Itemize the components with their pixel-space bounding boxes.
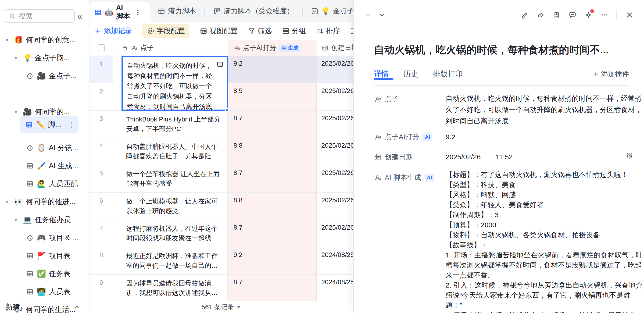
sidebar-item-task-table[interactable]: ✅任务表 [0,265,90,283]
sidebar-item-reminder-folder[interactable]: ▾👀何同学的催进... [0,193,90,211]
filter-button[interactable]: 筛选 [248,26,272,36]
sidebar-item-task-reminder-folder[interactable]: ▾💻任务催办员 [0,211,90,229]
cell-ai-score[interactable]: 8.5 [228,84,317,110]
cell-created-date[interactable]: 2024/08/25 [317,275,353,302]
cell-created-date[interactable]: 2025/02/26 [317,166,353,192]
chevron-down-icon[interactable]: ▾ [6,37,14,43]
tab-potential-script-audience[interactable]: 潜力脚本（受众维度） [213,6,294,16]
sidebar-item-creative-folder[interactable]: ▾🎁何同学的创意... [0,31,90,49]
cell-created-date[interactable]: 2025/02/26 [317,56,353,83]
row-number[interactable]: 4 [90,138,113,165]
ai-sparkle-icon[interactable] [585,11,592,19]
cell-created-date[interactable]: 2025/02/26 [317,138,353,165]
comment-icon[interactable] [569,11,576,19]
sidebar-item-project-automation[interactable]: 🎮项目 & ... [0,229,90,247]
table-row[interactable]: 8最近正好是欧洲杯，准备和工作室的同事们一起做一场自己的足球比赛...9.220… [90,247,353,275]
cell-ai-score[interactable]: 9.2 [228,56,317,83]
cell-ai-score[interactable]: 8.7 [228,166,317,192]
table-row[interactable]: 9因为辅导员邀请我回母校做演讲，我想可以借这次讲述我从毕业到现在...8.720… [90,275,353,302]
row-number[interactable]: 8 [90,247,113,274]
sidebar-item-golden-idea-automation[interactable]: 🎥金点子... [0,67,90,85]
select-all-checkbox[interactable] [98,44,105,52]
row-height-button[interactable]: 行高 [350,26,353,36]
expand-record-icon[interactable] [216,60,224,68]
sidebar-collapse-icon[interactable]: « [77,10,82,22]
cell-ai-score[interactable]: 8.7 [228,111,317,138]
table-row[interactable]: 4自动盖肚脐眼机器人。中国人午睡都喜欢盖住肚子，尤其是肚脐眼。所...8.820… [90,138,353,166]
row-number[interactable]: 6 [90,193,113,220]
tab-potential-script[interactable]: 潜力脚本 [158,6,196,16]
tab-golden-idea-collect[interactable]: 💡 金点子收集 [311,6,353,16]
more-icon[interactable]: ⋮ [68,120,75,129]
row-number[interactable]: 5 [90,166,113,192]
more-icon[interactable] [600,11,608,19]
cell-ai-score[interactable]: 9.2 [228,247,317,274]
field-value-idea[interactable]: 自动火锅机，吃火锅的时候，每种食材煮的时间不一样，经常煮久了不好吃，可以做一个自… [446,93,644,126]
sidebar-item-people-match[interactable]: 🙋‍♂️人员匹配 [0,175,90,193]
selected-cell-idea[interactable]: 自动火锅机，吃火锅的时候，每种食材煮的时间不一样，经常煮久了不好吃，可以做一个自… [122,56,228,111]
alarm-clock-icon[interactable] [626,152,633,159]
more-icon[interactable]: ⋮ [134,8,141,16]
column-header-ai-score[interactable]: 点子AI打分 AI 生成 [228,40,317,56]
row-number[interactable]: 9 [90,275,113,302]
prev-record-icon[interactable] [364,11,372,19]
sidebar-item-ai-generate[interactable]: 🖌️AI 生成... [0,157,90,175]
table-row[interactable]: 6做一个上班模拟器，让人在家可以体验上班的感受8.82025/02/26 [90,193,353,220]
caret-down-icon[interactable] [236,304,242,310]
cell-ai-score[interactable]: 8.8 [228,193,317,220]
cell-created-date[interactable]: 2025/02/26 [317,111,353,138]
row-number[interactable]: 2 [90,84,113,110]
search-input[interactable]: 搜索 [5,9,75,23]
cell-ai-score[interactable]: 8.7 [228,220,317,247]
fill-handle[interactable] [225,108,229,112]
new-button[interactable]: 新建 [6,302,20,312]
table-row[interactable]: 5做一个坐车模拟器 让人坐在上面能有开车的感受8.72025/02/26 [90,166,353,193]
share-icon[interactable] [537,11,544,19]
column-header-idea[interactable]: 点子 [122,40,228,56]
sidebar-item-project-table[interactable]: 🚩项目表 [0,247,90,265]
field-value-ai-script[interactable]: 【标题】：有了这自动火锅机，涮火锅再也不怕煮过头啦！ 【类型】：科技、美食 【风… [446,170,644,313]
field-config-button[interactable]: 字段配置 [142,24,190,38]
sort-button[interactable]: 排序 [316,26,340,36]
sidebar-item-golden-ideas-folder[interactable]: ▾💡金点子脑... [0,49,90,67]
field-label-ai-script[interactable]: AI 脚本生成 AI [374,173,434,182]
field-label-idea[interactable]: 点子 [374,94,399,104]
sidebar-item-people-table[interactable]: 🧑‍💻人员表 [0,283,90,300]
sidebar-item-video-folder[interactable]: ▾🎥何同学的... [0,103,90,121]
next-record-icon[interactable] [378,11,386,19]
close-icon[interactable] [625,11,634,19]
chevron-down-icon[interactable]: ▾ [14,108,23,115]
add-plugin-button[interactable]: 添加插件 [592,69,629,79]
field-value-ai-score[interactable]: 9.2 [446,131,644,142]
chevron-up-icon[interactable] [73,304,80,311]
add-record-button[interactable]: 添加记录 [94,26,132,36]
tab-details[interactable]: 详情 [374,69,389,79]
bookmark-add-icon[interactable] [553,11,560,19]
cell-ai-score[interactable]: 8.7 [228,275,317,302]
cell-created-date[interactable]: 2024/08/25 [317,247,353,274]
row-number[interactable]: 1 [90,56,113,83]
field-value-created-date[interactable]: 2025/02/2611:52 [446,151,644,162]
row-number[interactable]: 3 [90,111,113,138]
sidebar-item-ai-storyboard[interactable]: 🪞AI 分镜... [0,139,90,157]
chevron-down-icon[interactable]: ▾ [14,216,23,223]
table-row[interactable]: 3ThinkBook Plus Hybrid 上半部分安卓，下半部分PC8.72… [90,111,353,138]
field-label-created-date[interactable]: 创建日期 [374,152,413,162]
chevron-down-icon[interactable]: ▾ [14,55,23,61]
chevron-down-icon[interactable]: ▾ [6,198,14,205]
row-number[interactable]: 7 [90,220,113,247]
cell-ai-score[interactable]: 8.8 [228,138,317,165]
tab-print-layout[interactable]: 排版打印 [433,69,463,79]
column-header-created-date[interactable]: 创建日期 [317,40,353,56]
cell-created-date[interactable]: 2025/02/26 [317,84,353,110]
tab-ai-script[interactable]: 🤖 AI 脚本 ⋮ [90,2,150,22]
field-label-ai-score[interactable]: 点子AI打分 AI [374,132,432,142]
view-config-button[interactable]: 视图配置 [200,26,238,36]
edit-icon[interactable] [521,11,528,19]
cell-created-date[interactable]: 2025/02/26 [317,193,353,220]
record-count-bar[interactable]: 561 条记录 [90,301,353,313]
tab-history[interactable]: 历史 [403,69,418,79]
group-button[interactable]: 分组 [282,26,306,36]
cell-created-date[interactable]: 2025/02/26 [317,220,353,247]
table-row[interactable]: 7远程打麻将机器人，在过年这个时间段很想和朋友聚在一起线下打麻将...8.720… [90,220,353,247]
